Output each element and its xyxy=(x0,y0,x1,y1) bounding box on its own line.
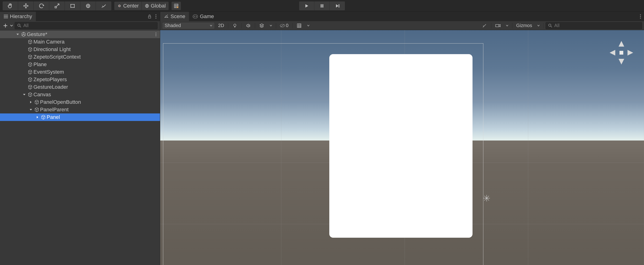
move-tool-button[interactable] xyxy=(18,1,34,10)
scene-tools-button[interactable] xyxy=(480,22,489,29)
caret-down-icon xyxy=(307,25,310,26)
orientation-gizmo[interactable] xyxy=(608,39,634,66)
gameobject-icon xyxy=(27,92,34,97)
hierarchy-item[interactable]: Canvas xyxy=(0,91,160,98)
gizmos-toggle[interactable]: Gizmos xyxy=(514,22,534,29)
hierarchy-item[interactable]: ZepetoPlayers xyxy=(0,76,160,83)
svg-point-18 xyxy=(156,35,156,36)
hierarchy-item-label: Main Camera xyxy=(34,39,64,45)
lock-icon[interactable] xyxy=(147,14,152,19)
hierarchy-item[interactable]: Panel xyxy=(0,113,160,121)
item-foldout[interactable] xyxy=(28,108,34,111)
hierarchy-item[interactable]: ZepetoScriptContext xyxy=(0,53,160,61)
hierarchy-item[interactable]: Directional Light xyxy=(0,46,160,53)
game-tab[interactable]: Game xyxy=(189,12,218,21)
pivot-global-button[interactable]: Global xyxy=(142,1,169,10)
rotate-tool-button[interactable] xyxy=(34,1,49,10)
scene-search-input[interactable] xyxy=(554,23,640,28)
svg-point-13 xyxy=(156,16,156,17)
play-icon xyxy=(304,3,309,8)
svg-point-14 xyxy=(156,18,156,18)
scene-toolbar: Shaded 2D 0 xyxy=(160,21,644,30)
caret-down-icon xyxy=(210,25,212,26)
scene-row[interactable]: Gesture* xyxy=(0,30,160,38)
scene-foldout[interactable] xyxy=(15,33,20,36)
plus-icon xyxy=(3,23,8,28)
create-button[interactable] xyxy=(2,22,8,29)
scene-tab[interactable]: Scene xyxy=(160,12,189,21)
play-button[interactable] xyxy=(299,1,314,10)
svg-point-26 xyxy=(234,24,236,26)
game-tab-icon xyxy=(193,14,198,18)
scene-view[interactable] xyxy=(160,30,644,265)
scale-tool-button[interactable] xyxy=(49,1,65,10)
custom-tool-button[interactable] xyxy=(96,1,112,10)
grid-snap-button[interactable] xyxy=(171,1,181,10)
scene-row-menu[interactable] xyxy=(155,32,160,36)
svg-point-25 xyxy=(640,18,641,18)
audio-toggle[interactable] xyxy=(244,22,253,29)
rect-tool-button[interactable] xyxy=(65,1,80,10)
lighting-toggle[interactable] xyxy=(230,22,240,29)
hierarchy-item[interactable]: EventSystem xyxy=(0,68,160,76)
fx-toggle[interactable] xyxy=(257,22,266,29)
gameobject-icon xyxy=(34,107,40,112)
camera-gizmo-icon xyxy=(481,193,492,204)
hierarchy-item[interactable]: Plane xyxy=(0,61,160,68)
stack-icon xyxy=(259,23,264,28)
svg-rect-20 xyxy=(193,15,198,18)
caret-down-icon xyxy=(537,25,540,26)
hand-tool-button[interactable] xyxy=(2,1,18,10)
scene-search[interactable] xyxy=(546,22,642,29)
wrench-icon xyxy=(100,3,107,9)
panel-menu-icon[interactable] xyxy=(155,14,157,19)
pause-button[interactable] xyxy=(314,1,330,10)
hierarchy-item[interactable]: PanelOpenButton xyxy=(0,98,160,106)
fx-dropdown[interactable] xyxy=(268,22,274,29)
svg-point-23 xyxy=(640,14,641,15)
scene-camera-dropdown[interactable] xyxy=(504,22,510,29)
svg-rect-0 xyxy=(71,4,74,7)
hierarchy-search[interactable] xyxy=(14,22,158,29)
menu-lines-icon xyxy=(4,15,8,18)
item-foldout[interactable] xyxy=(28,101,34,104)
item-foldout[interactable] xyxy=(35,116,40,119)
hierarchy-tree: Gesture* Main CameraDirectional LightZep… xyxy=(0,30,160,265)
center-icon xyxy=(117,3,122,8)
create-dropdown-caret[interactable] xyxy=(10,25,14,26)
pause-icon xyxy=(320,3,324,8)
svg-point-7 xyxy=(119,5,120,6)
gizmos-dropdown[interactable] xyxy=(536,22,542,29)
grid-toggle[interactable] xyxy=(294,22,304,29)
transform-combo-icon xyxy=(85,3,91,9)
svg-point-12 xyxy=(156,14,156,15)
hierarchy-item-label: Directional Light xyxy=(34,46,71,52)
pivot-center-button[interactable]: Center xyxy=(114,1,142,10)
step-button[interactable] xyxy=(330,1,345,10)
scene-label: Gesture* xyxy=(27,31,47,37)
hierarchy-panel: Hierarchy xyxy=(0,12,160,265)
svg-point-4 xyxy=(74,7,74,7)
gameobject-icon xyxy=(27,62,34,67)
panel-rect[interactable] xyxy=(329,54,472,238)
item-foldout[interactable] xyxy=(22,93,27,96)
hierarchy-item[interactable]: Main Camera xyxy=(0,38,160,46)
gameobject-icon xyxy=(27,47,34,52)
caret-down-icon xyxy=(270,25,272,26)
hierarchy-search-input[interactable] xyxy=(23,23,155,28)
svg-point-28 xyxy=(548,24,551,26)
gameobject-icon xyxy=(27,69,34,75)
scene-camera-button[interactable] xyxy=(493,22,503,29)
svg-point-2 xyxy=(74,4,74,4)
two-d-toggle[interactable]: 2D xyxy=(216,22,226,29)
gameobject-icon xyxy=(27,39,34,44)
draw-mode-dropdown[interactable]: Shaded xyxy=(162,22,215,29)
hidden-objects-toggle[interactable]: 0 xyxy=(278,22,290,29)
hierarchy-item[interactable]: PanelParent xyxy=(0,106,160,113)
hierarchy-tab[interactable]: Hierarchy xyxy=(0,12,36,21)
hierarchy-item[interactable]: GestureLoader xyxy=(0,83,160,91)
transform-tool-button[interactable] xyxy=(80,1,96,10)
grid-dropdown[interactable] xyxy=(305,22,312,29)
svg-rect-11 xyxy=(338,4,339,7)
panel-menu-icon[interactable] xyxy=(640,14,641,19)
